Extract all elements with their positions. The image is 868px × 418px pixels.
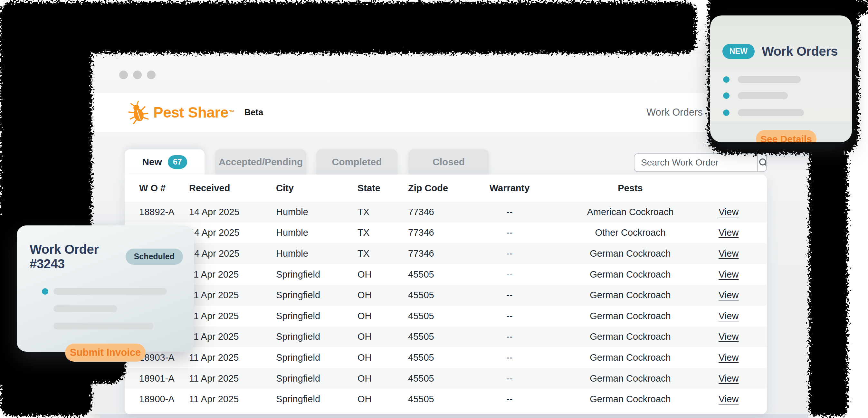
window-dot-icon [133,70,142,79]
view-link[interactable]: View [718,248,739,259]
table-cell: 45505 [408,394,466,405]
table-cell: Springfield [276,394,358,405]
col-header-city: City [276,183,358,194]
table-cell: TX [358,248,408,259]
nav-work-orders[interactable]: Work Orders [646,93,703,132]
window-titlebar [87,54,809,93]
table-cell: 18892-A [125,207,189,217]
table-cell: 14 Apr 2025 [189,248,276,259]
table-cell: Springfield [276,373,358,384]
brand-name: Pest Share [153,104,228,121]
table-cell: 18900-A [125,394,189,405]
table-cell: -- [466,207,553,217]
tab-new[interactable]: New 67 [125,150,205,174]
table-cell: 45505 [408,352,466,363]
hero-composition: Pest Share ™ Beta Work Orders New 67 Acc… [0,0,868,418]
view-link[interactable]: View [718,373,739,384]
col-header-zip: Zip Code [408,183,466,194]
table-row: 18901-A11 Apr 2025SpringfieldOH45505--Ge… [125,368,767,389]
view-link[interactable]: View [718,290,739,300]
table-cell: German Cockroach [553,248,708,259]
table-cell: Other Cockroach [553,227,708,238]
skeleton-line [723,76,801,83]
skeleton-line [723,92,788,99]
table-cell: 45505 [408,269,466,280]
beta-label: Beta [244,107,264,118]
table-cell: OH [358,311,408,321]
view-link[interactable]: View [718,269,739,280]
table-cell: German Cockroach [553,331,708,342]
table-cell: 45505 [408,290,466,300]
table-row: 11 Apr 2025SpringfieldOH45505--German Co… [125,264,767,285]
view-link[interactable]: View [718,352,739,363]
table-cell: 11 Apr 2025 [189,290,276,300]
new-badge: NEW [722,44,755,59]
table-cell: OH [358,331,408,342]
app-header: Pest Share ™ Beta Work Orders [87,93,809,132]
tab-accepted-pending[interactable]: Accepted/Pending [215,150,306,174]
table-row: 18892-A14 Apr 2025HumbleTX77346--America… [125,202,767,223]
col-header-wo: W O # [125,183,189,194]
table-cell: OH [358,269,408,280]
table-cell: Humble [276,207,358,217]
table-cell: 11 Apr 2025 [189,373,276,384]
bullet-dot-icon [723,109,730,116]
see-details-button[interactable]: See Details [756,130,816,142]
window-dot-icon [119,70,128,79]
skeleton-line [723,109,804,116]
table-cell: Springfield [276,352,358,363]
table-row: 18903-A11 Apr 2025SpringfieldOH45505--Ge… [125,347,767,368]
table-cell: Springfield [276,269,358,280]
promo-card-title: Work Orders [762,44,838,59]
tab-closed[interactable]: Closed [408,150,489,174]
table-cell: -- [466,311,553,321]
table-row: 11 Apr 2025SpringfieldOH45505--German Co… [125,326,767,348]
table-cell: Springfield [276,311,358,321]
table-cell: 14 Apr 2025 [189,227,276,238]
table-cell: -- [466,248,553,259]
skeleton-line [54,323,194,329]
submit-invoice-button[interactable]: Submit Invoice [65,344,146,362]
col-header-state: State [358,183,408,194]
spray-top-band [16,2,696,54]
table-cell: German Cockroach [553,373,708,384]
view-link[interactable]: View [718,331,739,342]
search-input[interactable] [634,154,757,171]
table-cell: 18901-A [125,373,189,384]
table-cell: 11 Apr 2025 [189,331,276,342]
table-cell: 45505 [408,311,466,321]
brand-trademark: ™ [229,109,235,116]
view-link[interactable]: View [718,311,739,321]
table-cell: Springfield [276,331,358,342]
table-cell: 45505 [408,373,466,384]
table-cell: TX [358,227,408,238]
table-cell: 77346 [408,207,466,217]
table-body: 18892-A14 Apr 2025HumbleTX77346--America… [125,202,767,410]
skeleton-line [54,305,194,312]
table-cell: -- [466,269,553,280]
table-cell: 77346 [408,248,466,259]
table-header-row: W O # Received City State Zip Code Warra… [125,174,767,202]
table-cell: 11 Apr 2025 [189,394,276,405]
view-link[interactable]: View [718,227,739,238]
table-cell: 11 Apr 2025 [189,352,276,363]
search-button[interactable] [757,154,767,171]
work-orders-table: W O # Received City State Zip Code Warra… [125,174,767,414]
col-header-pests: Pests [553,183,708,194]
view-link[interactable]: View [718,207,739,217]
view-link[interactable]: View [718,394,739,404]
window-bottom-edge [100,414,808,418]
table-cell: German Cockroach [553,394,708,405]
table-cell: American Cockroach [553,207,708,217]
table-row: 14 Apr 2025HumbleTX77346--Other Cockroac… [125,223,767,244]
table-cell: -- [466,331,553,342]
table-cell: -- [466,373,553,384]
table-cell: OH [358,352,408,363]
search-icon [758,157,767,168]
spray-corner-chip [851,0,868,15]
table-cell: OH [358,373,408,384]
table-cell: 45505 [408,331,466,342]
brand-logo: Pest Share ™ Beta [128,101,263,124]
work-order-detail-card: Work Order #3243 Scheduled Submit Invoic… [17,225,194,352]
tab-completed[interactable]: Completed [316,150,398,174]
